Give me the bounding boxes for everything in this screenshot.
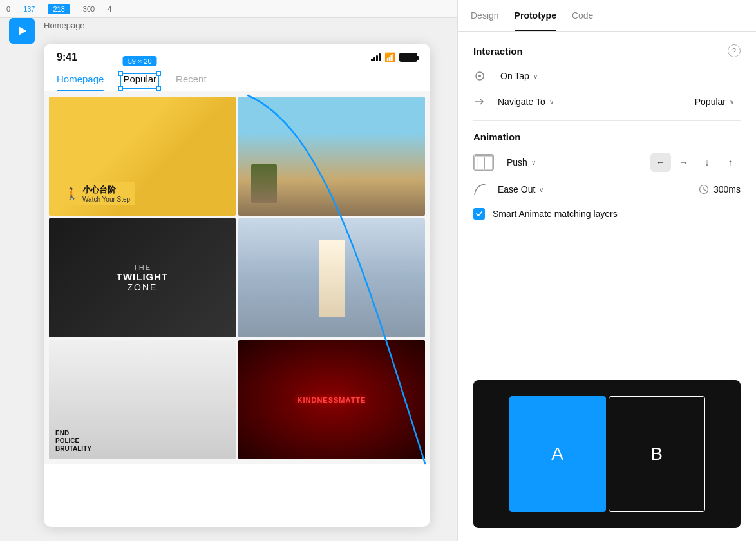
svg-line-8 — [704, 189, 706, 191]
status-icons: 📶 — [371, 52, 417, 62]
tab-code[interactable]: Code — [572, 0, 593, 31]
timeline-num-300: 300 — [83, 5, 95, 13]
direction-left-btn[interactable]: ← — [650, 153, 671, 172]
image-4 — [238, 218, 425, 337]
image-grid: 🚶 小心台阶 Watch Your Step THE TWILIGHT ZONE — [44, 91, 430, 464]
image-5: ENDPOLICEBRUTALITY — [49, 340, 236, 459]
interaction-title: Interaction — [473, 46, 523, 57]
direction-up-btn[interactable]: ↑ — [720, 153, 741, 172]
smart-animate-label: Smart Animate matching layers — [493, 209, 618, 219]
tab-recent[interactable]: Recent — [176, 68, 207, 91]
animation-title: Animation — [473, 131, 520, 142]
smart-animate-checkbox[interactable] — [473, 208, 485, 220]
panel-tabs: Design Prototype Code — [458, 0, 756, 32]
animation-section-header: Animation — [473, 131, 741, 142]
svg-marker-0 — [19, 26, 26, 35]
direction-right-btn[interactable]: → — [674, 153, 694, 172]
preview-area: A B — [473, 380, 741, 528]
svg-point-2 — [478, 75, 481, 77]
tab-popular[interactable]: Popular 59 × 20 — [123, 68, 156, 91]
destination-section: Popular ∨ — [688, 93, 741, 110]
push-row: Push ∨ ← → ↓ ↑ — [473, 153, 741, 172]
canvas-label: Homepage — [44, 21, 85, 30]
clock-icon — [698, 184, 710, 195]
timing-section: 300ms — [698, 184, 741, 195]
ease-row: Ease Out ∨ 300ms — [473, 181, 741, 198]
wifi-icon: 📶 — [384, 52, 395, 62]
on-tap-dropdown[interactable]: On Tap ∨ — [494, 68, 544, 84]
timeline-num-4: 4 — [108, 5, 111, 13]
help-icon[interactable]: ? — [728, 44, 741, 57]
status-bar: 9:41 📶 — [44, 44, 430, 68]
status-time: 9:41 — [57, 52, 77, 63]
tab-homepage[interactable]: Homepage — [57, 68, 104, 91]
navigate-icon — [473, 95, 486, 108]
timeline-bar: 0 137 218 300 4 — [0, 0, 457, 18]
navigate-to-dropdown[interactable]: Navigate To ∨ — [491, 93, 560, 110]
handle-br — [156, 86, 161, 91]
chevron-down-icon-4: ∨ — [531, 159, 536, 166]
section-divider — [473, 120, 741, 121]
signal-bars-icon — [371, 53, 381, 61]
phone-frame: 9:41 📶 Homepage Popular — [44, 44, 430, 527]
chevron-down-icon-3: ∨ — [730, 99, 734, 106]
trigger-icon — [473, 70, 486, 82]
battery-icon — [399, 53, 417, 62]
direction-down-btn[interactable]: ↓ — [697, 153, 717, 172]
tab-prototype[interactable]: Prototype — [515, 0, 556, 31]
play-button[interactable] — [9, 18, 35, 44]
timeline-tick-218: 218 — [48, 4, 70, 14]
timing-value: 300ms — [713, 184, 741, 195]
app-tabs: Homepage Popular 59 × 20 Recent — [44, 68, 430, 91]
animation-section: Animation Push ∨ ← → ↓ ↑ — [473, 131, 741, 220]
interaction-section-header: Interaction ? — [473, 44, 741, 57]
push-animation-icon — [473, 154, 494, 171]
tab-design[interactable]: Design — [471, 0, 499, 31]
preview-slide-b: B — [609, 396, 705, 512]
svg-rect-4 — [475, 156, 493, 171]
timeline-num-0: 0 — [6, 5, 10, 13]
smart-animate-row: Smart Animate matching layers — [473, 208, 741, 220]
chevron-down-icon-5: ∨ — [539, 186, 543, 193]
on-tap-row: On Tap ∨ — [473, 68, 741, 84]
destination-dropdown[interactable]: Popular ∨ — [688, 93, 741, 110]
handle-tr — [156, 71, 161, 76]
handle-bl — [118, 86, 123, 91]
preview-slide-a: A — [509, 396, 606, 512]
image-3: THE TWILIGHT ZONE — [49, 218, 236, 337]
image-6: KINDNESSMATTE — [238, 340, 425, 459]
right-panel: Design Prototype Code Interaction ? On T… — [457, 0, 756, 541]
canvas-panel: 0 137 218 300 4 Homepage 9:41 📶 — [0, 0, 457, 541]
easing-curve-icon — [473, 183, 486, 196]
image-2 — [238, 97, 425, 216]
navigate-to-row: Navigate To ∨ Popular ∨ — [473, 93, 741, 110]
handle-tl — [118, 71, 123, 76]
panel-content: Interaction ? On Tap ∨ — [458, 32, 756, 380]
direction-buttons: ← → ↓ ↑ — [650, 153, 741, 172]
preview-slides: A B — [509, 396, 705, 512]
image-1: 🚶 小心台阶 Watch Your Step — [49, 97, 236, 216]
timeline-num-137: 137 — [23, 5, 35, 13]
svg-rect-5 — [478, 158, 484, 169]
push-dropdown[interactable]: Push ∨ — [500, 154, 542, 171]
ease-dropdown[interactable]: Ease Out ∨ — [491, 181, 550, 198]
chevron-down-icon-2: ∨ — [549, 99, 554, 106]
chevron-down-icon: ∨ — [533, 73, 538, 80]
